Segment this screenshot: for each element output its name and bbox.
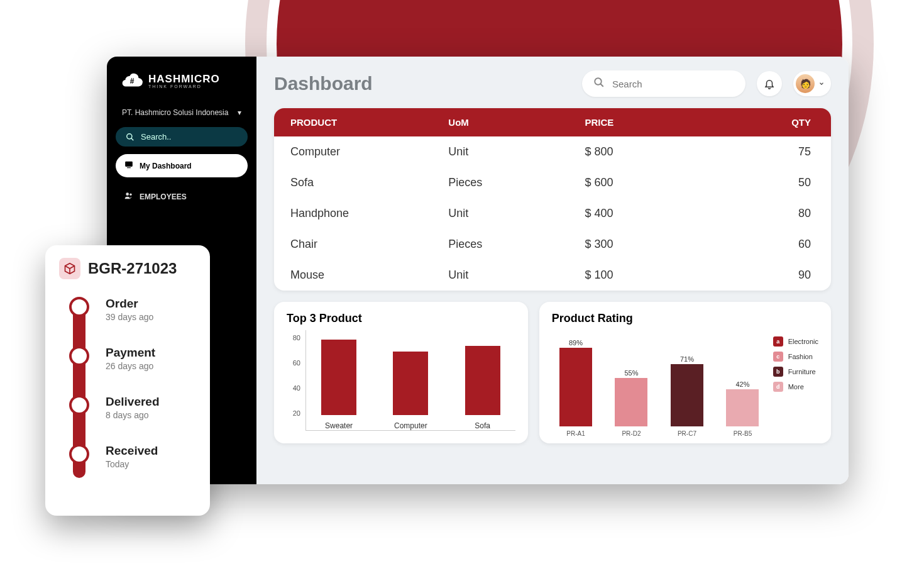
top3-bars: SweaterComputerSofa [305, 330, 515, 431]
legend-more: dMore [773, 382, 818, 392]
table-row[interactable]: ChairPieces$ 30060 [274, 229, 831, 260]
cloud-hash-icon: # [121, 70, 143, 92]
timeline-step: ReceivedToday [63, 438, 196, 487]
rating-bar [726, 389, 759, 426]
legend-furniture: bFurniture [773, 367, 818, 377]
step-title: Order [106, 297, 153, 311]
bar-col: Computer [384, 352, 437, 430]
rating-bar-label: PR-B5 [734, 430, 752, 437]
org-name: PT. Hashmicro Solusi Indonesia [122, 108, 228, 117]
timeline-step: Delivered8 days ago [63, 389, 196, 438]
td-product: Chair [290, 238, 448, 251]
timeline-step: Payment26 days ago [63, 340, 196, 389]
svg-rect-4 [127, 167, 131, 168]
rating-bar-label: PR-D2 [622, 430, 641, 437]
avatar: 🧑 [796, 74, 815, 93]
rating-bar-col: 89%PR-A1 [556, 339, 597, 437]
nav-my-dashboard[interactable]: My Dashboard [116, 154, 248, 177]
step-title: Payment [106, 346, 155, 360]
td-price: $ 300 [585, 238, 742, 251]
th-price: PRICE [585, 117, 742, 128]
timeline-dot [69, 346, 89, 366]
td-price: $ 400 [585, 207, 742, 220]
td-uom: Unit [448, 145, 585, 158]
brand-tagline: THINK FORWARD [148, 84, 220, 89]
td-qty: 60 [743, 238, 815, 251]
table-row[interactable]: MouseUnit$ 10090 [274, 260, 831, 291]
brand-logo: # HASHMICRO THINK FORWARD [116, 68, 248, 98]
td-uom: Unit [448, 269, 585, 282]
rating-chart-card: Product Rating 89%PR-A155%PR-D271%PR-C74… [539, 302, 831, 443]
rating-bar [671, 364, 703, 426]
page-title: Dashboard [274, 73, 373, 94]
dashboard-icon [124, 160, 133, 171]
bar [393, 352, 428, 415]
rating-bar-col: 42%PR-B5 [722, 380, 763, 437]
main-pane: Dashboard 🧑 PRO [256, 57, 849, 484]
timeline-dot [69, 297, 89, 317]
td-qty: 80 [743, 207, 815, 220]
products-table: PRODUCT UoM PRICE QTY ComputerUnit$ 8007… [274, 108, 831, 291]
svg-line-2 [131, 138, 134, 140]
topbar: Dashboard 🧑 [274, 70, 831, 97]
nav-employees-label: EMPLOYEES [140, 192, 187, 201]
td-qty: 75 [743, 145, 815, 158]
bar-col: Sofa [456, 346, 509, 431]
td-product: Computer [290, 145, 448, 158]
top3-yaxis: 80604020 [287, 330, 305, 431]
timeline-step: Order39 days ago [63, 291, 196, 340]
top3-chart-card: Top 3 Product 80604020 SweaterComputerSo… [274, 302, 528, 443]
global-search[interactable] [582, 70, 745, 97]
td-uom: Pieces [448, 238, 585, 251]
table-row[interactable]: SofaPieces$ 60050 [274, 167, 831, 198]
sidebar-search[interactable]: Search.. [116, 127, 248, 147]
td-price: $ 100 [585, 269, 742, 282]
rating-value-label: 55% [624, 369, 638, 377]
th-product: PRODUCT [290, 117, 448, 128]
search-input[interactable] [612, 79, 734, 89]
td-price: $ 800 [585, 145, 742, 158]
bar-label: Computer [394, 421, 427, 430]
app-window: # HASHMICRO THINK FORWARD PT. Hashmicro … [107, 57, 849, 484]
timeline-dot [69, 444, 89, 464]
brand-name: HASHMICRO [148, 74, 220, 84]
table-row[interactable]: HandphoneUnit$ 40080 [274, 198, 831, 229]
chevron-down-icon [818, 80, 825, 87]
td-product: Mouse [290, 269, 448, 282]
step-subtitle: 8 days ago [106, 410, 160, 420]
svg-point-7 [595, 78, 602, 85]
people-icon [124, 191, 133, 202]
table-row[interactable]: ComputerUnit$ 80075 [274, 136, 831, 167]
th-qty: QTY [743, 117, 815, 128]
tracking-timeline: Order39 days agoPayment26 days agoDelive… [63, 291, 196, 487]
package-icon [59, 258, 80, 279]
user-menu[interactable]: 🧑 [793, 71, 831, 96]
rating-value-label: 42% [735, 380, 749, 388]
table-header: PRODUCT UoM PRICE QTY [274, 108, 831, 136]
nav-employees[interactable]: EMPLOYEES [116, 185, 248, 208]
svg-point-1 [127, 133, 132, 138]
rating-bar-col: 71%PR-C7 [667, 355, 708, 437]
legend-electronic: aElectronic [773, 336, 818, 347]
svg-point-5 [126, 192, 129, 196]
rating-value-label: 71% [680, 355, 694, 363]
bell-icon [764, 78, 775, 89]
notifications-button[interactable] [757, 71, 782, 96]
svg-line-8 [600, 84, 603, 87]
bar [465, 346, 500, 416]
step-title: Received [106, 444, 158, 458]
td-product: Handphone [290, 207, 448, 220]
nav-dashboard-label: My Dashboard [140, 162, 192, 170]
th-uom: UoM [448, 117, 585, 128]
rating-value-label: 89% [569, 339, 583, 347]
svg-text:#: # [130, 77, 135, 86]
top3-title: Top 3 Product [287, 312, 515, 325]
charts-row: Top 3 Product 80604020 SweaterComputerSo… [274, 302, 831, 443]
bar [321, 340, 356, 415]
td-uom: Unit [448, 207, 585, 220]
td-uom: Pieces [448, 176, 585, 189]
rating-title: Product Rating [552, 312, 818, 325]
tracking-card: BGR-271023 Order39 days agoPayment26 day… [45, 245, 210, 516]
rating-legend: aElectronic cFashion bFurniture dMore [773, 330, 818, 437]
org-selector[interactable]: PT. Hashmicro Solusi Indonesia ▾ [116, 106, 248, 119]
